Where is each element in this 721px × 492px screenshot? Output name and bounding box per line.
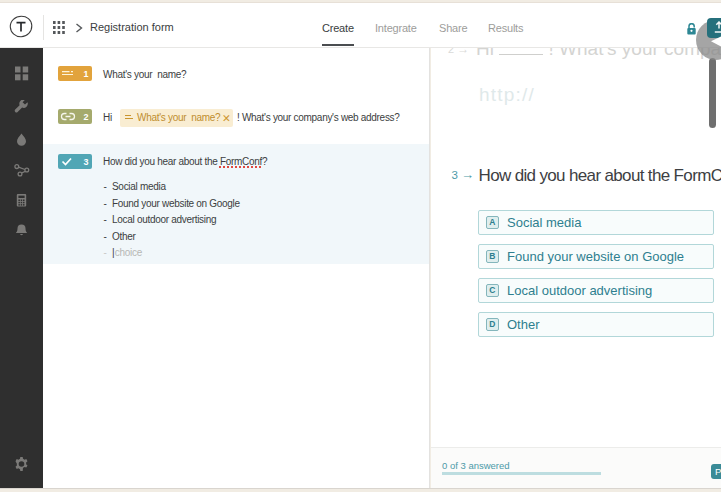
svg-text:2: 2	[83, 112, 88, 122]
svg-text:3: 3	[83, 157, 88, 167]
svg-text:1: 1	[83, 69, 88, 79]
